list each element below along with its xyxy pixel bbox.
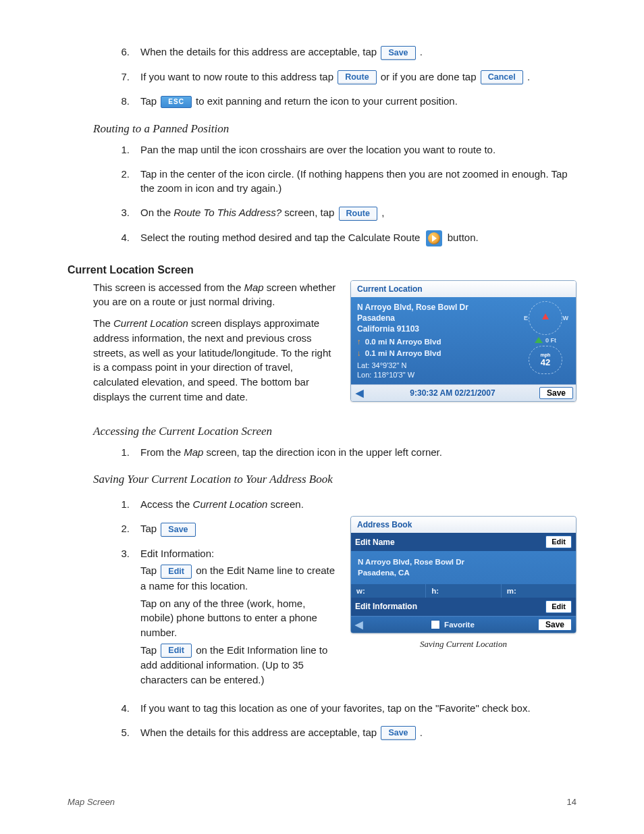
current-location-screenshot: Current Location N Arroyo Blvd, Rose Bow… — [350, 280, 576, 402]
speed-gauge: mph 42 — [529, 346, 562, 374]
esc-button[interactable]: ESC — [161, 96, 192, 108]
save-button[interactable]: Save — [381, 726, 415, 740]
mock2-addr-2: Pasadena, CA — [358, 567, 569, 578]
footer-section: Map Screen — [68, 797, 115, 807]
compass-needle-icon — [542, 313, 549, 319]
step-8: 8. Tap ESC to exit panning and return th… — [115, 94, 576, 109]
mock-save-button[interactable]: Save — [539, 387, 573, 399]
saving-step-3: 3. Edit Information: Tap Edit on the Edi… — [115, 546, 337, 687]
edit-name-button[interactable]: Edit — [545, 536, 572, 548]
phone-home[interactable]: h: — [426, 584, 501, 598]
route-button[interactable]: Route — [339, 207, 377, 221]
mock-title: Current Location — [351, 281, 576, 297]
down-arrow-icon — [357, 349, 365, 357]
edit-button[interactable]: Edit — [161, 644, 192, 658]
heading-current-location: Current Location Screen — [68, 264, 576, 276]
saving-step-4: 4. If you want to tag this location as o… — [115, 701, 576, 716]
heading-routing: Routing to a Panned Position — [93, 122, 576, 136]
compass-icon: E W — [529, 301, 562, 335]
routing-step-1: 1. Pan the map until the icon crosshairs… — [115, 142, 576, 157]
mock2-save-button[interactable]: Save — [538, 619, 572, 631]
mock2-title: Address Book — [351, 517, 576, 533]
back-icon[interactable]: ◀ — [355, 619, 367, 631]
edit-button[interactable]: Edit — [161, 565, 192, 579]
curloc-para-1: This screen is accessed from the Map scr… — [93, 280, 337, 310]
edit-info-label: Edit Information — [355, 602, 417, 611]
step-7: 7. If you want to now route to this addr… — [115, 70, 576, 85]
step-6: 6. When the details for this address are… — [115, 45, 576, 60]
up-arrow-icon — [357, 338, 365, 346]
save-button[interactable]: Save — [161, 523, 195, 537]
favorite-checkbox[interactable] — [431, 620, 440, 629]
mock2-caption: Saving Current Location — [350, 639, 576, 650]
heading-accessing: Accessing the Current Location Screen — [93, 425, 576, 438]
back-icon[interactable]: ◀ — [354, 388, 366, 398]
save-button[interactable]: Save — [381, 46, 415, 60]
routing-step-2: 2. Tap in the center of the icon circle.… — [115, 167, 576, 197]
elevation-readout: 0 Ft — [535, 337, 556, 344]
routing-step-3: 3. On the Route To This Address? screen,… — [115, 205, 576, 221]
mountain-icon — [535, 337, 543, 343]
cancel-button[interactable]: Cancel — [481, 70, 523, 84]
saving-step-1: 1. Access the Current Location screen. — [115, 497, 337, 512]
accessing-step-1: 1. From the Map screen, tap the directio… — [115, 445, 576, 460]
calculate-route-icon[interactable] — [426, 230, 442, 246]
edit-info-button[interactable]: Edit — [545, 600, 572, 613]
curloc-para-2: The Current Location screen displays app… — [93, 316, 337, 405]
saving-step-2: 2. Tap Save — [115, 521, 337, 537]
route-button[interactable]: Route — [338, 70, 376, 84]
mock2-addr-1: N Arroyo Blvd, Rose Bowl Dr — [358, 556, 569, 567]
edit-name-label: Edit Name — [355, 538, 395, 547]
favorite-label: Favorite — [444, 621, 475, 629]
routing-step-4: 4. Select the routing method desired and… — [115, 230, 576, 246]
mock-datetime: 9:30:32 AM 02/21/2007 — [366, 388, 539, 398]
heading-saving: Saving Your Current Location to Your Add… — [93, 473, 576, 486]
phone-mobile[interactable]: m: — [502, 584, 576, 598]
address-book-screenshot: Address Book Edit Name Edit N Arroyo Blv… — [350, 516, 576, 633]
footer-page-number: 14 — [567, 797, 576, 807]
phone-work[interactable]: w: — [351, 584, 426, 598]
saving-step-5: 5. When the details for this address are… — [115, 725, 576, 741]
